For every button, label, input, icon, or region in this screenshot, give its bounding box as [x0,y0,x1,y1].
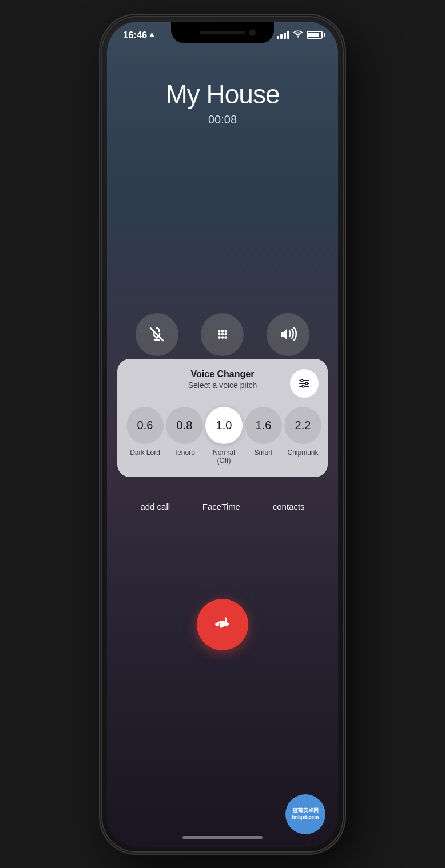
popup-title: Voice Changer [155,369,290,379]
end-call-button[interactable] [197,599,248,650]
notch-camera [249,29,256,36]
notch [171,22,274,43]
home-indicator[interactable] [182,836,263,839]
watermark-line2: lmkjst.com [292,814,319,821]
svg-point-1 [218,330,221,333]
svg-point-9 [224,336,227,339]
call-buttons-row [107,313,338,356]
settings-icon [297,377,311,390]
voice-label-dark-lord: Dark Lord [130,449,160,457]
svg-point-4 [218,333,221,336]
keypad-icon [214,326,231,342]
watermark: 蓝莓安卓网 lmkjst.com [285,794,325,834]
voice-value-smurf: 1.6 [256,419,272,432]
svg-point-13 [301,379,303,382]
popup-header: Voice Changer Select a voice pitch [126,369,319,398]
voice-changer-popup: Voice Changer Select a voice pitch [117,359,328,477]
svg-point-14 [305,382,308,385]
svg-point-8 [221,336,224,339]
status-time: 16:46 [123,30,147,41]
popup-title-area: Voice Changer Select a voice pitch [126,369,290,390]
phone-device: 16:46 ▲ [102,17,343,851]
notch-speaker [200,31,245,34]
facetime-label: FaceTime [202,502,240,511]
add-call-button[interactable]: add call [140,502,170,511]
wifi-icon [293,30,303,40]
voice-value-normal: 1.0 [216,419,232,432]
voice-label-tenoro: Tenoro [174,449,195,457]
watermark-line1: 蓝莓安卓网 [292,807,319,814]
battery-icon [307,31,325,39]
status-icons [277,30,325,40]
voice-option-dark-lord[interactable]: 0.6 Dark Lord [126,407,164,457]
svg-point-7 [218,336,221,339]
speaker-icon [279,326,297,342]
voice-option-chipmunk[interactable]: 2.2 Chipmunk [284,407,321,457]
speaker-call-button[interactable] [267,313,309,356]
phone-screen: 16:46 ▲ [107,22,338,847]
voice-option-normal[interactable]: 1.0 Normal (Off) [205,407,243,465]
contacts-button[interactable]: contacts [273,502,305,511]
contacts-label: contacts [273,502,305,511]
mute-icon [148,326,165,343]
voice-label-normal: Normal (Off) [205,449,243,465]
add-call-label: add call [140,502,170,511]
voice-option-smurf[interactable]: 1.6 Smurf [245,407,282,457]
location-icon: ▲ [148,30,156,38]
signal-icon [277,31,289,39]
end-call-phone-icon [211,613,234,636]
svg-point-5 [221,333,224,336]
svg-point-6 [224,333,227,336]
svg-point-15 [302,385,304,387]
mute-call-button[interactable] [136,313,178,356]
svg-point-3 [224,330,227,333]
voice-value-tenoro: 0.8 [177,419,193,432]
facetime-button[interactable]: FaceTime [202,502,240,511]
popup-subtitle: Select a voice pitch [155,381,290,390]
end-call-area [107,599,338,650]
call-info: My House 00:08 [107,79,338,126]
bottom-controls-row: add call FaceTime contacts [107,502,338,511]
caller-name: My House [165,79,279,110]
voice-label-chipmunk: Chipmunk [287,449,318,457]
voice-label-smurf: Smurf [254,449,272,457]
voice-option-tenoro[interactable]: 0.8 Tenoro [166,407,203,457]
keypad-call-button[interactable] [201,313,244,356]
popup-settings-button[interactable] [290,369,319,398]
call-duration: 00:08 [208,113,237,126]
voice-options: 0.6 Dark Lord 0.8 Tenoro 1.0 Normal ( [126,407,319,465]
svg-point-2 [221,330,224,333]
voice-value-dark-lord: 0.6 [137,419,153,432]
voice-value-chipmunk: 2.2 [295,419,311,432]
